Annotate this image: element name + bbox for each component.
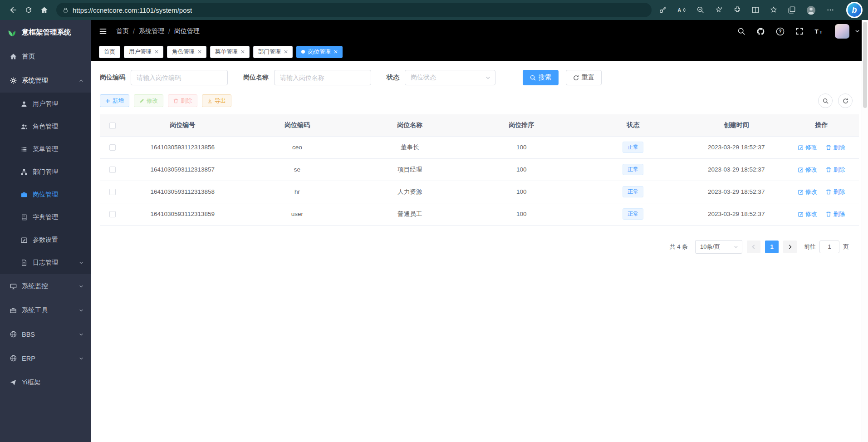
sidebar-item-department-management[interactable]: 部门管理 bbox=[0, 161, 91, 183]
sidebar-item-user-management[interactable]: 用户管理 bbox=[0, 93, 91, 115]
toggle-search-button[interactable] bbox=[818, 93, 833, 108]
cell-post-id: 1641030593112313859 bbox=[125, 203, 240, 225]
cell-post-code: hr bbox=[240, 181, 355, 203]
pagination-total: 共 4 条 bbox=[670, 243, 688, 251]
sidebar-item-menu-management[interactable]: 菜单管理 bbox=[0, 138, 91, 161]
zoom-out-icon[interactable] bbox=[696, 6, 705, 14]
filter-status: 状态 岗位状态 bbox=[387, 70, 495, 85]
reset-button[interactable]: 重置 bbox=[566, 70, 602, 85]
back-icon[interactable] bbox=[5, 2, 21, 18]
search-button[interactable]: 搜索 bbox=[523, 70, 559, 85]
page-size-select[interactable]: 10条/页 bbox=[695, 240, 742, 254]
prev-page-button[interactable] bbox=[747, 241, 760, 253]
svg-text:?: ? bbox=[779, 29, 781, 34]
sidebar-item-home[interactable]: 首页 bbox=[0, 44, 91, 69]
goto-page-input[interactable] bbox=[819, 241, 839, 253]
trash-icon bbox=[173, 98, 178, 103]
url-text[interactable]: https://ccnetcore.com:1101/system/post bbox=[73, 6, 192, 14]
font-size-icon[interactable]: TT bbox=[814, 27, 824, 35]
read-aloud-icon[interactable]: A bbox=[677, 6, 687, 14]
row-delete-link[interactable]: 删除 bbox=[826, 166, 845, 174]
row-delete-link[interactable]: 删除 bbox=[826, 210, 845, 218]
address-bar[interactable]: https://ccnetcore.com:1101/system/post bbox=[56, 3, 652, 17]
site-lock-icon[interactable] bbox=[63, 7, 69, 13]
post-code-input[interactable] bbox=[131, 70, 228, 85]
next-page-button[interactable] bbox=[783, 241, 797, 253]
sidebar-item-system-monitor[interactable]: 系统监控 bbox=[0, 274, 91, 298]
tab-department-management[interactable]: 部门管理 bbox=[253, 46, 293, 58]
row-checkbox[interactable] bbox=[109, 189, 116, 195]
plus-icon bbox=[105, 98, 110, 103]
post-name-input[interactable] bbox=[274, 70, 371, 85]
breadcrumb-system[interactable]: 系统管理 bbox=[139, 27, 164, 35]
delete-button[interactable]: 删除 bbox=[168, 94, 197, 107]
sidebar-item-yi-framework[interactable]: Yi框架 bbox=[0, 370, 91, 394]
sidebar-item-post-management[interactable]: 岗位管理 bbox=[0, 183, 91, 206]
sidebar-item-parameter-settings[interactable]: 参数设置 bbox=[0, 229, 91, 251]
refresh-icon bbox=[573, 75, 579, 81]
add-button[interactable]: 新增 bbox=[100, 94, 129, 107]
password-key-icon[interactable] bbox=[659, 6, 667, 14]
extensions-icon[interactable] bbox=[733, 6, 741, 14]
scrollbar-thumb[interactable] bbox=[863, 22, 867, 108]
sidebar-item-log-management[interactable]: 日志管理 bbox=[0, 251, 91, 274]
tab-post-management[interactable]: 岗位管理 bbox=[296, 46, 343, 58]
export-button[interactable]: 导出 bbox=[202, 94, 231, 107]
user-avatar[interactable] bbox=[835, 24, 849, 39]
more-options-icon[interactable] bbox=[826, 6, 834, 14]
goto-label: 前往 bbox=[804, 243, 816, 251]
github-icon[interactable] bbox=[756, 27, 765, 36]
row-checkbox[interactable] bbox=[109, 211, 116, 217]
refresh-icon[interactable] bbox=[21, 2, 36, 18]
row-edit-link[interactable]: 修改 bbox=[798, 166, 817, 174]
sidebar-item-system-tools[interactable]: 系统工具 bbox=[0, 298, 91, 322]
chevron-down-icon bbox=[79, 355, 83, 362]
column-created: 创建时间 bbox=[688, 114, 784, 136]
row-delete-link[interactable]: 删除 bbox=[826, 143, 845, 152]
close-icon[interactable] bbox=[334, 50, 338, 54]
bing-copilot-button[interactable]: b bbox=[846, 2, 863, 18]
row-edit-link[interactable]: 修改 bbox=[798, 143, 817, 152]
sidebar-item-erp[interactable]: ERP bbox=[0, 346, 91, 370]
breadcrumb-home[interactable]: 首页 bbox=[116, 27, 129, 35]
home-icon[interactable] bbox=[36, 2, 52, 18]
fullscreen-icon[interactable] bbox=[795, 27, 804, 35]
sidebar-item-dictionary-management[interactable]: 字典管理 bbox=[0, 206, 91, 229]
close-icon[interactable] bbox=[241, 50, 245, 54]
close-icon[interactable] bbox=[198, 50, 201, 54]
help-icon[interactable]: ? bbox=[776, 27, 785, 36]
sidebar-item-bbs[interactable]: BBS bbox=[0, 322, 91, 346]
close-icon[interactable] bbox=[155, 50, 158, 54]
search-icon[interactable] bbox=[737, 27, 745, 35]
svg-text:T: T bbox=[819, 30, 822, 34]
add-favorite-icon[interactable] bbox=[715, 6, 723, 14]
tab-role-management[interactable]: 角色管理 bbox=[167, 46, 206, 58]
header-checkbox-cell bbox=[100, 114, 125, 136]
refresh-table-button[interactable] bbox=[838, 93, 853, 108]
split-screen-icon[interactable] bbox=[751, 6, 760, 14]
close-icon[interactable] bbox=[284, 50, 288, 54]
page-number-button[interactable]: 1 bbox=[765, 241, 779, 253]
row-checkbox[interactable] bbox=[109, 167, 116, 173]
sidebar-item-role-management[interactable]: 角色管理 bbox=[0, 115, 91, 138]
row-edit-link[interactable]: 修改 bbox=[798, 188, 817, 196]
page-scrollbar[interactable] bbox=[862, 20, 868, 442]
tab-home[interactable]: 首页 bbox=[99, 46, 120, 58]
row-checkbox[interactable] bbox=[109, 144, 116, 151]
avatar-dropdown-caret-icon[interactable] bbox=[855, 28, 860, 35]
favorites-icon[interactable] bbox=[770, 6, 778, 14]
status-select[interactable]: 岗位状态 bbox=[405, 70, 495, 85]
collections-icon[interactable] bbox=[788, 6, 796, 14]
select-all-checkbox[interactable] bbox=[109, 123, 116, 129]
system-management-submenu: 用户管理 角色管理 菜单管理 部门管理 岗位管理 bbox=[0, 93, 91, 274]
row-delete-link[interactable]: 删除 bbox=[826, 188, 845, 196]
tab-menu-management[interactable]: 菜单管理 bbox=[210, 46, 250, 58]
tab-user-management[interactable]: 用户管理 bbox=[124, 46, 163, 58]
sidebar-toggle-icon[interactable] bbox=[99, 27, 107, 35]
sidebar-item-system-management[interactable]: 系统管理 bbox=[0, 69, 91, 93]
browser-profile-avatar[interactable] bbox=[806, 5, 816, 15]
edit-button[interactable]: 修改 bbox=[134, 94, 163, 107]
row-edit-link[interactable]: 修改 bbox=[798, 210, 817, 218]
breadcrumb-separator: / bbox=[133, 28, 135, 35]
pencil-icon bbox=[139, 98, 144, 103]
